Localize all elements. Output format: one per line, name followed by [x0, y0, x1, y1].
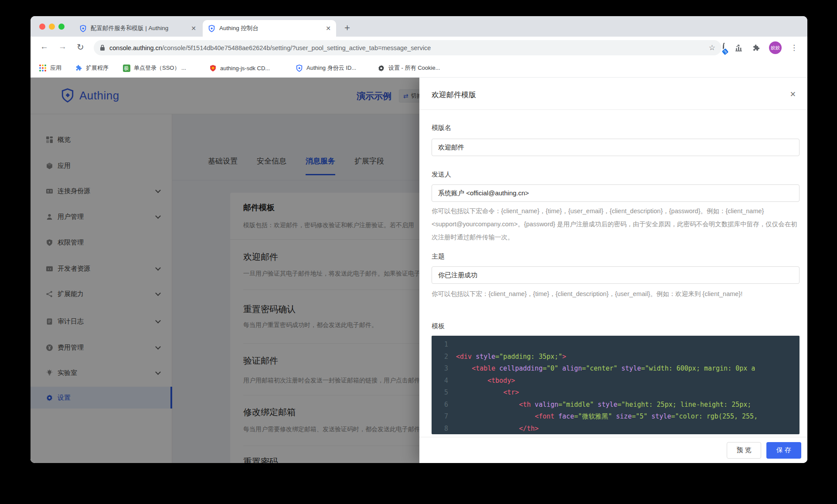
- close-icon[interactable]: ✕: [790, 90, 796, 99]
- line-number: 7: [432, 411, 448, 423]
- address-bar[interactable]: console.authing.cn/console/5f1514db40e75…: [94, 40, 721, 55]
- drawer-mask[interactable]: [31, 78, 419, 463]
- bookmark-label: 单点登录（SSO） ...: [134, 64, 186, 72]
- code-line: 2<div style="padding: 35px;">: [432, 351, 800, 363]
- authing-favicon-icon: [79, 25, 87, 32]
- sender-value: 系统账户 <official@authing.cn>: [438, 189, 529, 198]
- line-number: 1: [432, 339, 448, 351]
- lock-icon: [100, 44, 105, 51]
- welcome-email-drawer: 欢迎邮件模版 ✕ 模版名 欢迎邮件 发送人 系统账户 <official@aut…: [419, 78, 807, 463]
- extensions-puzzle-icon[interactable]: [752, 44, 760, 52]
- code-text: [448, 339, 456, 351]
- url-host: console.authing.cn: [109, 44, 162, 51]
- page-area: Authing 演示示例 ⇄ 切换用 概览应用连接身份源用户管理权限管理开发者资…: [31, 78, 807, 463]
- bookmark-label: 设置 - 所有 Cookie...: [388, 64, 440, 72]
- chrome-menu-icon[interactable]: ⋮: [790, 43, 798, 52]
- code-line: 8 </th>: [432, 423, 800, 435]
- code-text: </th>: [448, 423, 539, 435]
- drawer-footer: 预 览 保 存: [419, 437, 807, 463]
- profile-avatar[interactable]: 姣姣: [769, 41, 782, 54]
- template-name-label: 模版名: [432, 124, 451, 132]
- template-name-input[interactable]: 欢迎邮件: [432, 139, 800, 156]
- bookmarks-bar: 应用扩展程序极单点登录（SSO） ...authing-js-sdk CD...…: [31, 59, 807, 78]
- bookmark-label: 扩展程序: [86, 64, 109, 72]
- sender-label: 发送人: [432, 170, 451, 179]
- extension-badge: 3: [721, 47, 730, 56]
- code-text: <tr>: [448, 387, 519, 399]
- line-number: 5: [432, 387, 448, 399]
- subject-input[interactable]: 你已注册成功: [432, 266, 800, 284]
- red-shield-icon: [209, 64, 217, 72]
- sender-help-text: 你可以包括以下宏命令：{client_name}，{time}，{user_em…: [432, 204, 800, 244]
- bookmark-sso[interactable]: 极单点登录（SSO） ...: [122, 59, 186, 77]
- traffic-close-button[interactable]: [39, 24, 45, 30]
- forward-icon[interactable]: →: [58, 42, 67, 51]
- code-text: <table cellpadding="0" align="center" st…: [448, 363, 755, 375]
- code-line: 6 <th valign="middle" style="height: 25p…: [432, 399, 800, 411]
- reload-icon[interactable]: ↻: [77, 42, 84, 52]
- browser-window: 配置邮件服务和模版 | Authing ✕ Authing 控制台 ✕ ＋ ← …: [31, 16, 807, 463]
- line-number: 8: [432, 423, 448, 435]
- sender-input[interactable]: 系统账户 <official@authing.cn>: [432, 184, 800, 202]
- bookmark-extensions[interactable]: 扩展程序: [75, 59, 109, 77]
- back-icon[interactable]: ←: [40, 42, 48, 51]
- tab-title: Authing 控制台: [219, 24, 322, 32]
- authing-favicon-icon: [208, 25, 215, 32]
- bookmark-apps[interactable]: 应用: [39, 59, 61, 77]
- authing-shield-icon: [295, 64, 303, 72]
- code-line: 1: [432, 339, 800, 351]
- line-number: 3: [432, 363, 448, 375]
- code-text: <th valign="middle" style="height: 25px;…: [448, 399, 751, 411]
- save-button[interactable]: 保 存: [766, 442, 801, 459]
- analytics-extension-icon[interactable]: [734, 43, 743, 52]
- line-number: 6: [432, 399, 448, 411]
- green-ext-icon: 极: [122, 64, 130, 72]
- code-line: 7 <font face="微软雅黑" size="5" style="colo…: [432, 411, 800, 423]
- new-tab-button[interactable]: ＋: [343, 21, 352, 34]
- bookmark-cookie-settings[interactable]: 设置 - 所有 Cookie...: [377, 59, 440, 77]
- traffic-minimize-button[interactable]: [49, 24, 55, 30]
- bookmark-label: 应用: [50, 64, 61, 72]
- subject-help-text: 你可以包括以下宏：{client_name}，{time}，{client_de…: [432, 287, 800, 300]
- tab-close-icon[interactable]: ✕: [191, 25, 196, 32]
- apps-grid-icon: [39, 64, 47, 72]
- bookmark-star-icon[interactable]: ☆: [709, 43, 715, 52]
- bookmark-label: Authing 身份云 ID...: [306, 64, 356, 72]
- code-line: 4 <tbody>: [432, 375, 800, 387]
- browser-toolbar: ← → ↻ console.authing.cn/console/5f1514d…: [31, 37, 807, 59]
- drawer-header: 欢迎邮件模版 ✕: [419, 78, 807, 110]
- puzzle-icon: [75, 64, 82, 72]
- template-code-editor[interactable]: 12<div style="padding: 35px;">3 <table c…: [432, 336, 800, 434]
- bookmark-label: authing-js-sdk CD...: [220, 65, 270, 72]
- browser-tab-authing-console[interactable]: Authing 控制台 ✕: [203, 20, 336, 37]
- tab-title: 配置邮件服务和模版 | Authing: [91, 24, 187, 32]
- url-path: /console/5f1514db40e75488ae62624b/settin…: [162, 44, 431, 51]
- template-name-value: 欢迎邮件: [438, 143, 464, 152]
- browser-tabstrip: 配置邮件服务和模版 | Authing ✕ Authing 控制台 ✕ ＋: [31, 16, 807, 37]
- browser-tab-authing-docs[interactable]: 配置邮件服务和模版 | Authing ✕: [74, 20, 201, 37]
- sync-extension-icon[interactable]: 3: [723, 44, 725, 52]
- code-line: 5 <tr>: [432, 387, 800, 399]
- code-text: <tbody>: [448, 375, 515, 387]
- line-number: 2: [432, 351, 448, 363]
- bookmark-authing-js-sdk[interactable]: authing-js-sdk CD...: [209, 59, 270, 77]
- preview-button[interactable]: 预 览: [727, 442, 761, 459]
- traffic-zoom-button[interactable]: [58, 24, 65, 30]
- code-text: <div style="padding: 35px;">: [448, 351, 566, 363]
- subject-value: 你已注册成功: [438, 271, 477, 279]
- code-line: 3 <table cellpadding="0" align="center" …: [432, 363, 800, 375]
- bookmark-authing-idaas[interactable]: Authing 身份云 ID...: [295, 59, 356, 77]
- tab-close-icon[interactable]: ✕: [326, 25, 331, 32]
- gear-icon: [377, 64, 385, 72]
- drawer-title: 欢迎邮件模版: [432, 90, 476, 100]
- subject-label: 主题: [432, 252, 445, 261]
- code-text: <font face="微软雅黑" size="5" style="color:…: [448, 411, 758, 423]
- line-number: 4: [432, 375, 448, 387]
- template-body-label: 模板: [432, 322, 445, 330]
